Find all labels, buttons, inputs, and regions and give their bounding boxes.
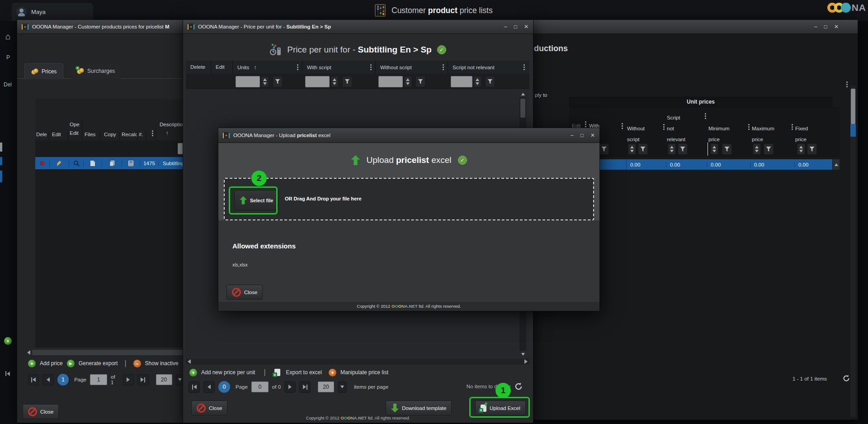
units-filter-input[interactable] <box>236 76 260 87</box>
col-maximum-menu-icon[interactable] <box>792 124 793 130</box>
minimize-icon[interactable]: – <box>504 24 507 29</box>
col-minimum-price[interactable]: Minimumprice <box>708 123 730 145</box>
current-page-badge[interactable]: 0 <box>218 381 230 393</box>
units-filter-icon[interactable] <box>273 76 283 87</box>
without-script-filter-icon[interactable] <box>415 76 425 87</box>
scroll-left-icon[interactable] <box>27 350 30 355</box>
user-tab[interactable]: Maya <box>12 3 93 21</box>
right-grid-menu-icon[interactable] <box>846 81 848 87</box>
close-icon[interactable]: ✕ <box>524 24 528 29</box>
col-without-script-right[interactable]: Withoutscript <box>627 123 645 145</box>
refresh-icon[interactable] <box>514 382 523 391</box>
col-files[interactable]: Files <box>82 132 100 141</box>
center-hscrollbar[interactable] <box>186 358 529 365</box>
maximum-filter-icon[interactable] <box>764 143 774 155</box>
row-files-icon[interactable] <box>84 160 102 167</box>
with-script-menu-icon[interactable] <box>370 64 375 70</box>
col-copy[interactable]: Copy <box>100 132 120 141</box>
tab-prices[interactable]: Prices <box>24 63 63 79</box>
upload-dialog-titlebar[interactable]: OOONA Manager - Upload pricelist excel –… <box>218 128 599 143</box>
col-with-script[interactable]: With script <box>302 61 376 74</box>
first-page-button[interactable] <box>189 381 200 393</box>
dropzone[interactable]: Select file OR Drag And Drop your file h… <box>224 178 594 220</box>
export-excel-button[interactable]: Export to excel <box>286 369 322 376</box>
left-window-titlebar[interactable]: OOONA Manager - Customer products prices… <box>17 20 184 34</box>
without-script-menu-icon[interactable] <box>443 64 448 70</box>
units-spinner[interactable] <box>261 76 269 87</box>
col-delete[interactable]: Delete <box>186 61 211 74</box>
add-price-per-unit-button[interactable]: Add new price per unit <box>201 369 255 376</box>
left-close-button[interactable]: Close <box>23 404 59 419</box>
row-copy-icon[interactable] <box>102 160 122 167</box>
script-menu-icon[interactable] <box>524 64 529 70</box>
close-icon[interactable]: ✕ <box>590 133 595 138</box>
script-filter-icon[interactable] <box>678 143 688 155</box>
minimum-spinner[interactable] <box>710 143 718 155</box>
col-script-not-relevant[interactable]: Script not relevant <box>448 61 529 74</box>
col-delete[interactable]: Dele <box>35 132 49 141</box>
left-hscrollbar[interactable] <box>27 349 184 356</box>
col-minimum-menu-icon[interactable] <box>748 124 750 130</box>
col-edit[interactable]: Edit <box>49 132 68 141</box>
with-script-filter-icon[interactable] <box>342 76 352 87</box>
current-page-badge[interactable]: 1 <box>57 374 69 386</box>
col-maximum-price[interactable]: Maximumprice <box>752 123 774 145</box>
without-filter-icon[interactable] <box>638 143 648 155</box>
with-script-filter-input[interactable] <box>305 76 330 87</box>
col-without-script[interactable]: Without script <box>376 61 448 74</box>
tab-surcharges[interactable]: + Surcharges <box>71 63 121 79</box>
col-description[interactable]: Descriptio↑ <box>156 120 184 141</box>
next-page-button[interactable] <box>284 381 296 393</box>
export-excel-icon[interactable] <box>274 369 280 376</box>
script-spinner[interactable] <box>473 76 481 87</box>
col-edit[interactable]: Edit <box>211 61 233 74</box>
maximize-icon[interactable]: □ <box>580 133 584 138</box>
col-open-edit[interactable]: OpeEdit <box>68 120 82 141</box>
manipulate-icon[interactable]: + <box>329 369 336 376</box>
generate-export-button[interactable]: Generate export <box>79 360 118 367</box>
scroll-left-icon[interactable] <box>188 359 191 364</box>
fixed-spinner[interactable] <box>797 143 805 155</box>
col-without-menu-icon[interactable] <box>663 124 665 130</box>
generate-export-icon[interactable]: ▶ <box>67 360 75 367</box>
with-script-spinner[interactable] <box>330 76 339 87</box>
row-edit-icon[interactable] <box>50 160 69 167</box>
add-price-per-unit-icon[interactable]: + <box>189 369 197 376</box>
col-script-not-relevant-right[interactable]: Scriptnotrelevant <box>667 112 685 145</box>
page-size-input[interactable] <box>318 381 334 392</box>
center-close-button[interactable]: Close <box>191 400 227 415</box>
minimize-icon[interactable]: – <box>571 133 574 138</box>
minimum-filter-icon[interactable] <box>722 143 732 155</box>
dialog-close-button[interactable]: Close <box>226 285 263 300</box>
maximum-spinner[interactable] <box>753 143 761 155</box>
col-script-menu-icon[interactable] <box>705 113 706 119</box>
first-page-button[interactable] <box>28 374 39 386</box>
refresh-icon[interactable] <box>842 374 850 382</box>
with-filter-icon[interactable] <box>599 143 609 155</box>
right-window-titlebar[interactable]: – □ ✕ <box>533 20 858 34</box>
right-vscrollbar[interactable] <box>850 86 856 417</box>
without-spinner[interactable] <box>628 143 636 155</box>
col-number[interactable]: #. <box>137 132 146 141</box>
price-row-selected[interactable]: ✖ 1475 Subtitling <box>35 157 184 169</box>
add-price-icon[interactable]: + <box>28 360 36 367</box>
maximize-icon[interactable]: □ <box>824 24 827 29</box>
scroll-right-icon[interactable] <box>524 359 528 364</box>
maximize-icon[interactable]: □ <box>514 24 517 29</box>
prev-page-button[interactable] <box>42 374 53 386</box>
units-menu-icon[interactable] <box>297 64 302 70</box>
col-edit-menu-icon[interactable] <box>585 121 586 127</box>
show-inactive-icon[interactable]: – <box>133 360 141 367</box>
column-menu-icon[interactable] <box>146 130 156 141</box>
page-size-dropdown[interactable] <box>338 381 347 393</box>
show-inactive-button[interactable]: Show inactive <box>145 360 179 367</box>
sidebar-add-icon[interactable]: + <box>4 337 12 345</box>
unit-price-row-selected[interactable]: 0.00 0.00 0.00 0.00 0.00 <box>569 159 832 170</box>
fixed-filter-icon[interactable] <box>807 143 817 155</box>
home-icon[interactable]: ⌂ <box>5 32 10 42</box>
minimize-icon[interactable]: – <box>814 24 817 29</box>
last-page-button[interactable] <box>137 374 148 386</box>
page-input[interactable] <box>251 381 269 392</box>
script-filter-icon[interactable] <box>485 76 495 87</box>
prev-page-button[interactable] <box>203 381 215 393</box>
